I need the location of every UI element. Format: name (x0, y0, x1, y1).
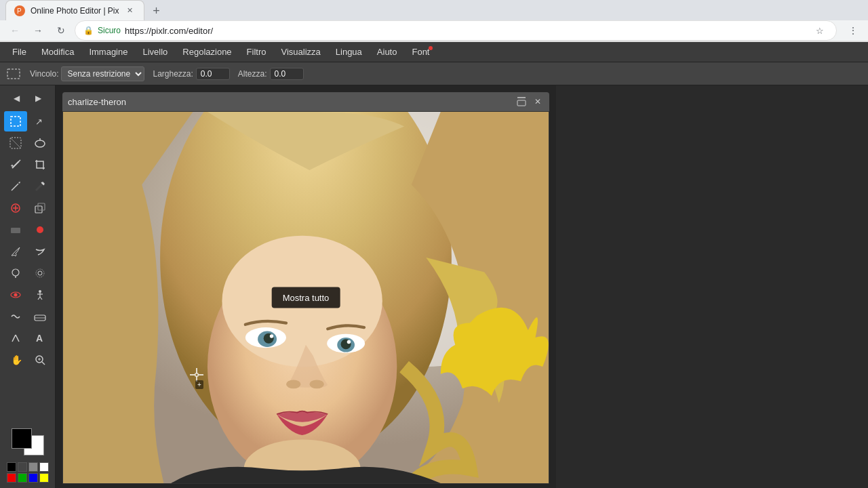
swatch-darkgray[interactable] (18, 462, 27, 472)
bookmark-star-icon[interactable]: ☆ (812, 22, 828, 39)
extensions-icon[interactable]: ⋮ (844, 21, 863, 40)
tool-burn[interactable] (4, 241, 27, 262)
svg-point-58 (286, 380, 300, 388)
menu-font[interactable]: Font (405, 44, 436, 60)
svg-line-31 (38, 297, 40, 300)
back-button[interactable]: ← (5, 21, 24, 40)
url-text: https://pixlr.com/editor/ (125, 26, 808, 36)
tool-healing[interactable] (4, 198, 27, 218)
canvas-content[interactable]: Mostra tutto + (62, 111, 549, 484)
tool-clone[interactable] (28, 198, 52, 218)
reload-button[interactable]: ↻ (52, 21, 71, 40)
tool-sharpen[interactable] (4, 328, 27, 348)
tool-dodge[interactable] (4, 263, 27, 283)
canvas-area: charlize-theron ✕ (56, 85, 556, 488)
tool-options-bar: Vincolo: Senza restrizione Larghezza: 0.… (0, 62, 868, 85)
foreground-color-swatch[interactable] (12, 428, 32, 449)
svg-text:✦: ✦ (10, 163, 14, 168)
swatch-black[interactable] (7, 462, 16, 472)
tool-puppet[interactable] (28, 285, 52, 305)
svg-line-40 (42, 362, 45, 365)
svg-point-27 (14, 293, 17, 297)
tool-red-dot[interactable] (28, 220, 52, 240)
color-swatches (12, 428, 44, 455)
tool-text[interactable]: A (28, 328, 52, 348)
svg-rect-3 (11, 117, 20, 126)
svg-point-25 (38, 271, 42, 275)
svg-line-32 (40, 297, 42, 300)
svg-point-57 (347, 340, 351, 344)
tool-wand[interactable]: ✦ (4, 155, 27, 175)
menu-regolazione[interactable]: Regolazione (176, 44, 238, 60)
canvas-minimize-button[interactable] (515, 96, 528, 108)
canvas-titlebar: charlize-theron ✕ (62, 92, 549, 111)
active-tab[interactable]: P Online Photo Editor | Pix ✕ (5, 0, 144, 20)
canvas-title: charlize-theron (68, 97, 126, 107)
svg-point-59 (309, 380, 323, 388)
height-group: Altezza: 0.0 (238, 68, 304, 80)
svg-text:P: P (17, 7, 22, 15)
svg-text:✋: ✋ (11, 354, 22, 366)
swatch-gray[interactable] (28, 462, 38, 472)
swatch-white[interactable] (39, 462, 49, 472)
height-label: Altezza: (238, 69, 267, 79)
svg-point-7 (35, 140, 45, 147)
tool-move[interactable]: ↗ (28, 111, 52, 131)
swatch-red[interactable] (7, 473, 16, 483)
tab-close-button[interactable]: ✕ (125, 5, 136, 16)
next-tool-button[interactable]: ▶ (29, 91, 48, 106)
color-section (0, 423, 56, 488)
tool-blur[interactable] (28, 263, 52, 283)
tool-hand[interactable]: ✋ (4, 350, 27, 370)
svg-line-10 (19, 160, 20, 161)
menu-lingua[interactable]: Lingua (329, 44, 369, 60)
address-bar: ← → ↻ 🔒 Sicuro https://pixlr.com/editor/… (0, 20, 868, 41)
tool-liquify[interactable] (4, 306, 27, 327)
address-input[interactable]: 🔒 Sicuro https://pixlr.com/editor/ ☆ (75, 20, 837, 41)
new-tab-button[interactable]: + (147, 1, 166, 20)
swatch-palette (3, 460, 53, 485)
svg-line-36 (16, 335, 19, 342)
width-group: Larghezza: 0.0 (153, 68, 229, 80)
tool-marquee-rect[interactable] (4, 111, 27, 131)
svg-rect-43 (517, 100, 526, 106)
svg-point-28 (39, 290, 41, 293)
tool-eraser[interactable] (28, 306, 52, 327)
swatch-yellow[interactable] (39, 473, 49, 483)
tool-shape[interactable] (4, 220, 27, 240)
tool-zoom[interactable] (28, 350, 52, 370)
menu-immagine[interactable]: Immagine (82, 44, 134, 60)
secure-label: Sicuro (98, 26, 121, 35)
forward-button[interactable]: → (28, 21, 47, 40)
svg-rect-2 (7, 69, 20, 79)
menu-visualizza[interactable]: Visualizza (274, 44, 327, 60)
constraint-select[interactable]: Senza restrizione (61, 66, 144, 81)
tool-brush[interactable] (28, 176, 52, 197)
menu-modifica[interactable]: Modifica (35, 44, 81, 60)
svg-text:↗: ↗ (35, 117, 43, 127)
tool-pencil[interactable] (4, 176, 27, 197)
swatch-green[interactable] (18, 473, 27, 483)
prev-tool-button[interactable]: ◀ (7, 91, 26, 106)
menu-aiuto[interactable]: Aiuto (370, 44, 404, 60)
tool-lasso[interactable] (28, 133, 52, 153)
tool-smudge[interactable] (28, 241, 52, 262)
svg-text:A: A (36, 333, 43, 344)
swatch-blue[interactable] (28, 473, 38, 483)
mostra-tutto-button[interactable]: Mostra tutto (272, 287, 340, 308)
canvas-close-button[interactable]: ✕ (532, 96, 544, 108)
menu-file[interactable]: File (5, 44, 33, 60)
tab-bar: P Online Photo Editor | Pix ✕ + (0, 0, 868, 20)
svg-line-35 (12, 335, 16, 342)
app-area: File Modifica Immagine Livello Regolazio… (0, 42, 868, 488)
tab-favicon: P (14, 5, 25, 16)
menu-livello[interactable]: Livello (136, 44, 174, 60)
tool-crop[interactable] (28, 155, 52, 175)
tool-eye[interactable] (4, 285, 27, 305)
nav-arrows: ◀ ▶ (7, 88, 48, 110)
tool-marquee-ellipse[interactable] (4, 133, 27, 153)
menu-filtro[interactable]: Filtro (240, 44, 273, 60)
svg-rect-20 (11, 228, 20, 233)
svg-point-24 (36, 269, 44, 277)
width-value: 0.0 (196, 68, 230, 80)
